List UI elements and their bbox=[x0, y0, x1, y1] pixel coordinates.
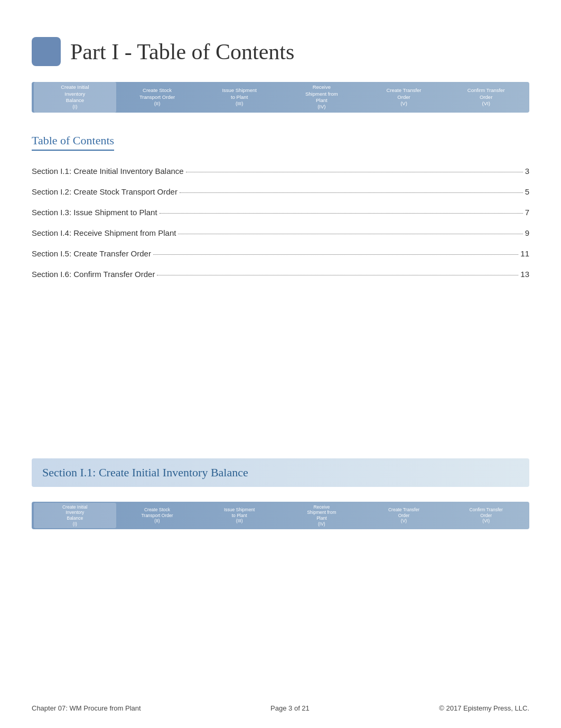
toc-entry-1: Section I.1: Create Initial Inventory Ba… bbox=[32, 167, 529, 176]
page-title: Part I - Table of Contents bbox=[70, 39, 294, 64]
toc-entry-4: Section I.4: Receive Shipment from Plant… bbox=[32, 228, 529, 237]
process-step-4: ReceiveShipment fromPlant(IV) bbox=[280, 82, 363, 112]
bottom-process-step-2: Create StockTransport Order(II) bbox=[116, 505, 199, 526]
toc-page-1: 3 bbox=[525, 167, 529, 176]
toc-dots-4 bbox=[178, 234, 522, 234]
toc-entry-title-3: Section I.3: Issue Shipment to Plant bbox=[32, 208, 157, 217]
toc-dots-3 bbox=[160, 213, 523, 214]
page-header: Part I - Table of Contents bbox=[32, 37, 529, 66]
bottom-process-step-5: Create TransferOrder(V) bbox=[363, 505, 445, 526]
toc-heading: Table of Contents bbox=[32, 134, 114, 151]
process-step-2: Create StockTransport Order(II) bbox=[116, 85, 199, 109]
toc-dots-6 bbox=[157, 275, 518, 275]
top-process-bar: Create InitialInventoryBalance(I) Create… bbox=[32, 82, 529, 113]
process-step-3: Issue Shipmentto Plant(III) bbox=[198, 85, 280, 109]
toc-page-3: 7 bbox=[525, 208, 529, 217]
toc-entry-title-1: Section I.1: Create Initial Inventory Ba… bbox=[32, 167, 184, 176]
bottom-process-step-4: ReceiveShipment fromPlant(IV) bbox=[280, 503, 363, 529]
page-footer: Chapter 07: WM Procure from Plant Page 3… bbox=[32, 704, 529, 712]
toc-page-5: 11 bbox=[520, 249, 529, 258]
process-step-5: Create TransferOrder(V) bbox=[363, 85, 445, 109]
toc-page-4: 9 bbox=[525, 228, 529, 237]
footer-chapter: Chapter 07: WM Procure from Plant bbox=[32, 704, 141, 712]
header-icon bbox=[32, 37, 61, 66]
footer-copyright: © 2017 Epistemy Press, LLC. bbox=[439, 704, 529, 712]
bottom-process-step-1: Create InitialInventoryBalance(I) bbox=[34, 503, 116, 529]
toc-section: Table of Contents Section I.1: Create In… bbox=[32, 134, 529, 279]
toc-page-2: 5 bbox=[525, 187, 529, 196]
toc-dots-2 bbox=[180, 192, 523, 193]
process-step-1: Create InitialInventoryBalance(I) bbox=[34, 82, 116, 112]
bottom-process-step-6: Confirm TransferOrder(VI) bbox=[445, 505, 527, 526]
footer-page: Page 3 of 21 bbox=[270, 704, 310, 712]
toc-entry-title-4: Section I.4: Receive Shipment from Plant bbox=[32, 228, 176, 237]
section-header-title: Section I.1: Create Initial Inventory Ba… bbox=[42, 466, 248, 479]
toc-entry-3: Section I.3: Issue Shipment to Plant 7 bbox=[32, 208, 529, 217]
bottom-process-step-3: Issue Shipmentto Plant(III) bbox=[198, 505, 280, 526]
toc-entry-title-5: Section I.5: Create Transfer Order bbox=[32, 249, 151, 258]
toc-entry-5: Section I.5: Create Transfer Order 11 bbox=[32, 249, 529, 258]
toc-dots-5 bbox=[153, 254, 518, 255]
toc-entry-title-6: Section I.6: Confirm Transfer Order bbox=[32, 270, 155, 279]
bottom-process-bar: Create InitialInventoryBalance(I) Create… bbox=[32, 502, 529, 529]
section-header-bar: Section I.1: Create Initial Inventory Ba… bbox=[32, 458, 529, 487]
process-step-6: Confirm TransferOrder(VI) bbox=[445, 85, 527, 109]
toc-dots-1 bbox=[186, 172, 523, 172]
toc-entry-6: Section I.6: Confirm Transfer Order 13 bbox=[32, 270, 529, 279]
toc-page-6: 13 bbox=[520, 270, 529, 279]
toc-entry-2: Section I.2: Create Stock Transport Orde… bbox=[32, 187, 529, 196]
toc-entry-title-2: Section I.2: Create Stock Transport Orde… bbox=[32, 187, 177, 196]
